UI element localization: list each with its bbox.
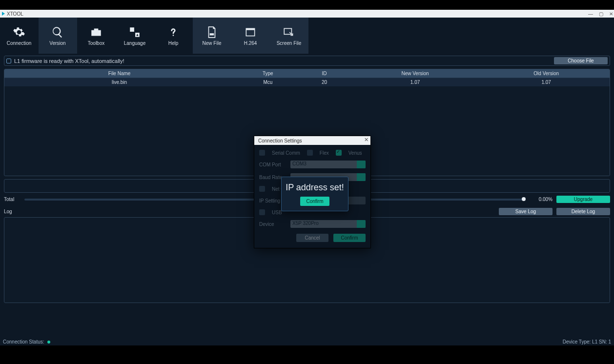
- col-old-version: Old Version: [483, 69, 610, 78]
- progress-value: 0.00%: [528, 197, 553, 202]
- dialog-close-button[interactable]: ✕: [364, 137, 368, 143]
- net-c-checkbox[interactable]: [259, 186, 265, 192]
- toolbar-label: Version: [49, 40, 65, 46]
- serial-comm-label: Serial Comm: [272, 150, 300, 156]
- alert-confirm-button[interactable]: Confirm: [300, 197, 329, 206]
- toolbar-label: Toolbox: [88, 40, 104, 46]
- usb-label: USB: [272, 210, 282, 215]
- delete-log-button[interactable]: Delete Log: [556, 208, 610, 215]
- toolbar-label: H.264: [244, 40, 257, 46]
- table-row[interactable]: live.bin Mcu 20 1.07 1.07: [4, 78, 610, 87]
- col-file-name: File Name: [4, 69, 234, 78]
- toolbar-label: Screen File: [277, 40, 302, 46]
- banner-icon: [6, 59, 11, 63]
- progress-thumb: [522, 197, 526, 201]
- flex-checkbox[interactable]: [307, 150, 313, 156]
- dialog-cancel-button[interactable]: Cancel: [296, 234, 328, 242]
- toolbar-label: Language: [124, 40, 146, 46]
- serial-comm-checkbox[interactable]: [259, 150, 265, 156]
- save-log-button[interactable]: Save Log: [499, 208, 553, 215]
- ip-set-alert: IP address set! Confirm: [281, 177, 348, 211]
- toolbar-screen-file[interactable]: Screen File: [270, 18, 308, 54]
- toolbar-help[interactable]: Help: [154, 18, 193, 54]
- window-titlebar: XTOOL — ▢ ✕: [0, 10, 614, 18]
- status-left-label: Connection Status:: [3, 339, 44, 344]
- status-dot-icon: [47, 341, 50, 344]
- col-type: Type: [234, 69, 301, 78]
- toolbar-h264[interactable]: H.264: [231, 18, 270, 54]
- device-label: Device: [259, 222, 287, 227]
- language-icon: [128, 26, 141, 39]
- chevron-down-icon: [357, 161, 366, 168]
- chevron-down-icon: [357, 220, 366, 228]
- toolbar-label: Help: [168, 40, 179, 46]
- gear-icon: [13, 26, 25, 39]
- device-select[interactable]: X5P 320Pro: [290, 220, 366, 228]
- progress-label: Total: [4, 197, 20, 202]
- firmware-banner: L1 firmware is ready with XTool, automat…: [4, 56, 610, 66]
- cell-type: Mcu: [234, 78, 301, 87]
- col-new-version: New Version: [348, 69, 483, 78]
- banner-text: L1 firmware is ready with XTool, automat…: [14, 58, 124, 64]
- app-logo-icon: [2, 12, 5, 16]
- video-icon: [244, 26, 257, 39]
- cell-oldv: 1.07: [483, 78, 610, 87]
- search-icon: [51, 26, 64, 39]
- com-port-select[interactable]: COM3: [290, 161, 366, 168]
- cell-newv: 1.07: [348, 78, 483, 87]
- bottom-letterbox: [0, 345, 614, 364]
- device-value: X5P 320Pro: [292, 221, 319, 226]
- chevron-down-icon: [357, 173, 366, 181]
- help-icon: [167, 26, 180, 39]
- status-bar: Connection Status: Device Type: L1 SN: 1: [0, 338, 614, 345]
- minimize-button[interactable]: —: [588, 11, 593, 17]
- log-label: Log: [4, 209, 495, 214]
- svg-rect-0: [210, 33, 214, 35]
- maximize-button[interactable]: ▢: [599, 11, 603, 17]
- close-button[interactable]: ✕: [609, 11, 613, 17]
- dialog-title: Connection Settings: [258, 138, 302, 143]
- toolbar-language[interactable]: Language: [116, 18, 154, 54]
- file-icon: [205, 26, 218, 39]
- alert-message: IP address set!: [285, 182, 345, 193]
- top-letterbox: [0, 0, 614, 10]
- main-toolbar: Connection Version Toolbox Language Help…: [0, 18, 614, 54]
- cell-id: 20: [301, 78, 347, 87]
- status-right: Device Type: L1 SN: 1: [563, 339, 611, 344]
- venus-label: Venus: [348, 150, 362, 156]
- flex-label: Flex: [320, 150, 329, 156]
- upgrade-button[interactable]: Upgrade: [556, 196, 610, 203]
- usb-checkbox[interactable]: [259, 209, 265, 215]
- toolbar-toolbox[interactable]: Toolbox: [77, 18, 116, 54]
- table-header-row: File Name Type ID New Version Old Versio…: [4, 69, 610, 78]
- venus-checkbox[interactable]: [336, 150, 342, 156]
- dialog-confirm-button[interactable]: Confirm: [333, 234, 366, 242]
- screen-file-icon: [283, 26, 295, 39]
- com-port-label: COM Port: [259, 162, 287, 167]
- toolbar-new-file[interactable]: New File: [193, 18, 231, 54]
- app-body: Connection Version Toolbox Language Help…: [0, 18, 614, 345]
- toolbar-version[interactable]: Version: [39, 18, 77, 54]
- col-id: ID: [301, 69, 347, 78]
- cell-file: live.bin: [4, 78, 234, 87]
- window-title: XTOOL: [7, 11, 23, 17]
- toolbar-connection[interactable]: Connection: [0, 18, 39, 54]
- status-left: Connection Status:: [3, 339, 50, 344]
- choose-file-button[interactable]: Choose File: [554, 57, 608, 64]
- toolbar-label: Connection: [7, 40, 32, 46]
- svg-rect-2: [246, 28, 254, 30]
- com-port-value: COM3: [292, 161, 307, 166]
- dialog-titlebar[interactable]: Connection Settings ✕: [254, 136, 370, 145]
- toolbox-icon: [90, 26, 102, 39]
- toolbar-label: New File: [203, 40, 222, 46]
